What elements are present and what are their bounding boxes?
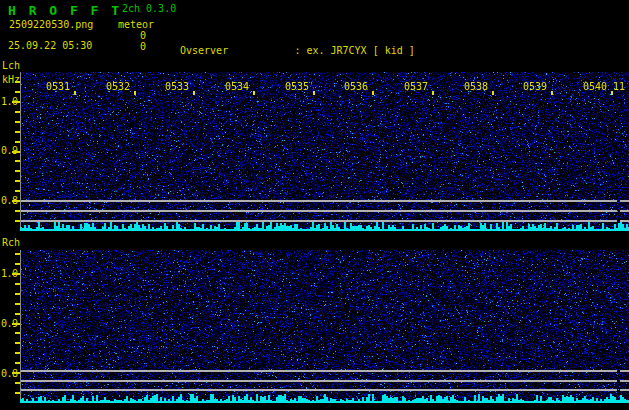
observer-line: Ovserver : ex. JR7CYX [ kid ]: [180, 45, 629, 56]
time-label-0536: 0536: [344, 81, 368, 92]
freq-minor-tick: [15, 220, 20, 222]
freq-minor-tick: [15, 111, 20, 113]
time-tick: [432, 91, 434, 95]
freq-minor-tick: [15, 313, 20, 315]
freq-minor-tick: [15, 332, 20, 334]
khz-unit-label: kHz: [2, 74, 20, 85]
time-tick: [74, 91, 76, 95]
time-tick: [313, 91, 315, 95]
freq-minor-tick: [15, 180, 20, 182]
time-label-0535: 0535: [285, 81, 309, 92]
time-tick: [551, 91, 553, 95]
time-label-0532: 0532: [106, 81, 130, 92]
time-label-partial: 11: [613, 81, 625, 92]
time-label-0534: 0534: [225, 81, 249, 92]
freq-minor-tick: [15, 342, 20, 344]
freq-minor-tick: [15, 392, 20, 394]
freq-minor-tick: [15, 81, 20, 83]
time-label-0537: 0537: [404, 81, 428, 92]
meteor-count-lch: 0: [132, 30, 146, 41]
freq-minor-tick: [15, 293, 20, 295]
rch-spectrogram: [20, 250, 629, 403]
version-label: 2ch 0.3.0: [122, 3, 176, 14]
time-tick: [611, 91, 613, 95]
rch-axis-label: Rch: [2, 237, 20, 248]
freq-minor-tick: [15, 303, 20, 305]
freq-minor-tick: [15, 263, 20, 265]
time-label-0539: 0539: [523, 81, 547, 92]
freq-major-tick: [12, 101, 20, 103]
freq-major-tick: [12, 323, 20, 325]
time-label-0540: 0540: [583, 81, 607, 92]
freq-minor-tick: [15, 190, 20, 192]
freq-major-tick: [12, 273, 20, 275]
freq-minor-tick: [15, 253, 20, 255]
app-title: H R O F F T: [8, 3, 122, 18]
time-label-0533: 0533: [165, 81, 189, 92]
time-tick: [372, 91, 374, 95]
freq-minor-tick: [15, 382, 20, 384]
timestamp: 25.09.22 05:30: [8, 40, 92, 51]
freq-major-tick: [12, 372, 20, 374]
hrofft-window: H R O F F T 2ch 0.3.0 2509220530.png met…: [0, 0, 629, 410]
time-label-0538: 0538: [464, 81, 488, 92]
time-tick: [193, 91, 195, 95]
output-filename: 2509220530.png: [9, 19, 93, 30]
freq-minor-tick: [15, 131, 20, 133]
time-tick: [253, 91, 255, 95]
freq-minor-tick: [15, 283, 20, 285]
meteor-label: meteor: [118, 19, 154, 30]
freq-major-tick: [12, 200, 20, 202]
lch-axis-label: Lch: [2, 60, 20, 71]
freq-minor-tick: [15, 170, 20, 172]
time-label-0531: 0531: [46, 81, 70, 92]
lch-spectrogram: [20, 72, 629, 231]
freq-minor-tick: [15, 141, 20, 143]
freq-minor-tick: [15, 210, 20, 212]
freq-major-tick: [12, 151, 20, 153]
meteor-count-rch: 0: [132, 41, 146, 52]
freq-minor-tick: [15, 91, 20, 93]
freq-minor-tick: [15, 121, 20, 123]
freq-minor-tick: [15, 352, 20, 354]
freq-minor-tick: [15, 160, 20, 162]
freq-minor-tick: [15, 362, 20, 364]
time-tick: [134, 91, 136, 95]
time-tick: [492, 91, 494, 95]
